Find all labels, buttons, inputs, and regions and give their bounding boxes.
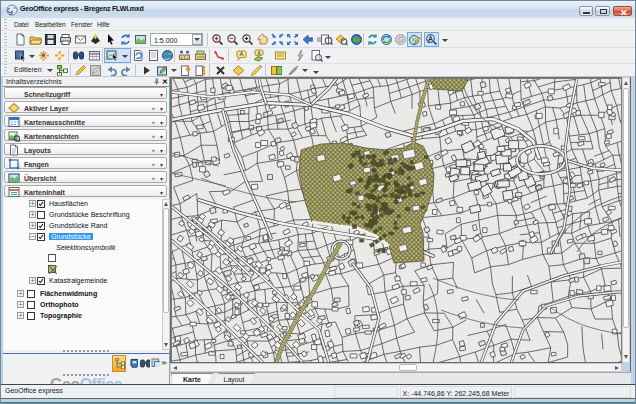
svg-text:A: A bbox=[257, 50, 261, 56]
svg-text:A: A bbox=[239, 51, 244, 57]
